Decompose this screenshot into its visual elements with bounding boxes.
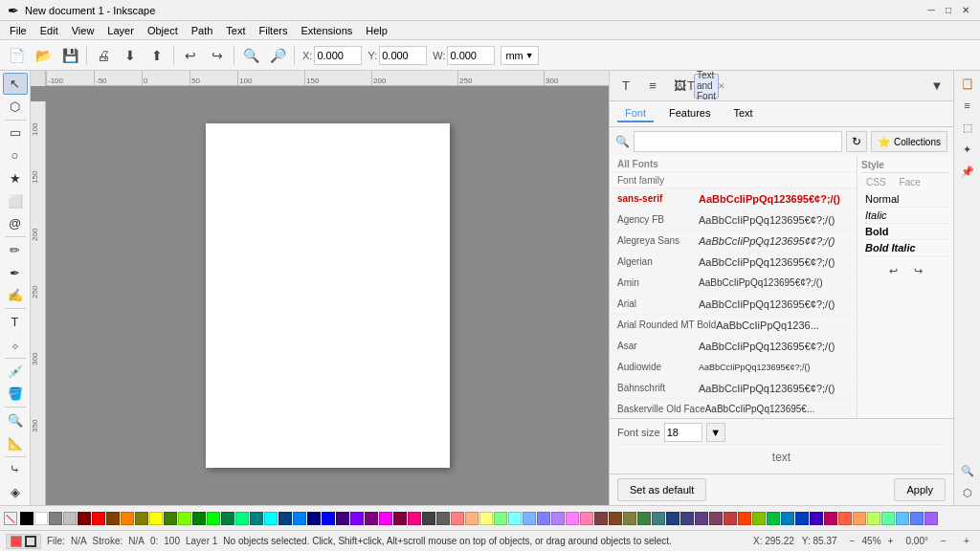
- dropper-tool[interactable]: 💉: [3, 361, 28, 383]
- color-swatch[interactable]: [164, 512, 177, 525]
- color-swatch[interactable]: [738, 512, 751, 525]
- menu-item-layer[interactable]: Layer: [101, 23, 140, 38]
- color-swatch[interactable]: [752, 512, 766, 525]
- color-swatch[interactable]: [178, 512, 191, 525]
- color-swatch[interactable]: [106, 512, 120, 525]
- text-font-panel-btn[interactable]: T Text and Font ✕: [694, 74, 719, 99]
- style-css-tab[interactable]: CSS: [861, 175, 891, 189]
- style-bold[interactable]: Bold: [861, 224, 949, 240]
- color-swatch[interactable]: [307, 512, 321, 525]
- color-swatch[interactable]: [767, 512, 780, 525]
- align-panel-btn[interactable]: ≡: [640, 74, 665, 99]
- unit-selector[interactable]: mm ▼: [501, 46, 538, 65]
- refresh-button[interactable]: ↻: [846, 131, 867, 152]
- pencil-tool[interactable]: ✏: [3, 239, 28, 261]
- 3dbox-tool[interactable]: ⬜: [3, 190, 28, 212]
- font-size-input[interactable]: [664, 423, 702, 442]
- menu-item-text[interactable]: Text: [220, 23, 251, 38]
- color-swatch[interactable]: [264, 512, 278, 525]
- color-swatch[interactable]: [709, 512, 723, 525]
- print-button[interactable]: 🖨: [91, 43, 116, 68]
- color-swatch[interactable]: [924, 512, 938, 525]
- menu-item-filters[interactable]: Filters: [254, 23, 294, 38]
- redo-button[interactable]: ↪: [205, 43, 230, 68]
- w-input[interactable]: [447, 46, 495, 65]
- font-item-bahnschrift[interactable]: Bahnschrift AaBbCcIiPpQq123695€¢?;/(): [610, 378, 857, 399]
- color-swatch[interactable]: [910, 512, 924, 525]
- font-item-arial-rounded[interactable]: Arial Rounded MT Bold AaBbCcIiPpQq1236..…: [610, 315, 857, 336]
- color-swatch[interactable]: [135, 512, 148, 525]
- canvas-viewport[interactable]: [46, 86, 609, 505]
- color-swatch[interactable]: [408, 512, 421, 525]
- color-swatch[interactable]: [537, 512, 550, 525]
- y-input[interactable]: [379, 46, 427, 65]
- color-swatch[interactable]: [838, 512, 852, 525]
- gradient-tool[interactable]: ⬦: [3, 334, 28, 356]
- color-swatch[interactable]: [20, 512, 33, 525]
- font-search-input[interactable]: [634, 131, 842, 152]
- color-swatch[interactable]: [551, 512, 565, 525]
- color-swatch[interactable]: [781, 512, 794, 525]
- color-swatch[interactable]: [63, 512, 77, 525]
- font-item-alegreya-sans[interactable]: Alegreya Sans AaBbCcIiPpQq123695¢¢?;/(): [610, 231, 857, 252]
- color-swatch[interactable]: [623, 512, 636, 525]
- node-editor-tool[interactable]: ⬡: [3, 96, 28, 118]
- zoom-in-button[interactable]: 🔍: [238, 43, 263, 68]
- search-btn[interactable]: 🔍: [957, 460, 978, 481]
- color-swatch[interactable]: [235, 512, 249, 525]
- style-normal[interactable]: Normal: [861, 191, 949, 208]
- color-swatch[interactable]: [609, 512, 622, 525]
- style-bold-italic[interactable]: Bold Italic: [861, 240, 949, 256]
- color-swatch[interactable]: [853, 512, 866, 525]
- menu-item-edit[interactable]: Edit: [34, 23, 64, 38]
- set-default-button[interactable]: Set as default: [617, 478, 706, 501]
- color-swatch[interactable]: [494, 512, 507, 525]
- font-item-asar[interactable]: Asar AaBbCcIiPpQq123695€¢?;/(): [610, 336, 857, 357]
- rotate-plus[interactable]: +: [959, 534, 974, 549]
- layers-btn[interactable]: ≡: [957, 95, 978, 116]
- rotate-minus[interactable]: −: [936, 534, 951, 549]
- new-button[interactable]: 📄: [4, 43, 29, 68]
- x-input[interactable]: [314, 46, 362, 65]
- color-swatch[interactable]: [379, 512, 392, 525]
- text-tool-panel-btn[interactable]: T: [613, 74, 638, 99]
- color-swatch[interactable]: [92, 512, 105, 525]
- text-tool[interactable]: T: [3, 311, 28, 333]
- paint-bucket-tool[interactable]: 🪣: [3, 383, 28, 405]
- font-item-baskerville[interactable]: Baskerville Old Face AaBbCcIiPpQq123695€…: [610, 399, 857, 418]
- style-italic[interactable]: Italic: [861, 208, 949, 224]
- zoom-out-status[interactable]: −: [845, 534, 860, 549]
- menu-item-help[interactable]: Help: [360, 23, 393, 38]
- panel-menu-btn[interactable]: ▼: [924, 74, 949, 99]
- color-swatch[interactable]: [867, 512, 880, 525]
- color-swatch[interactable]: [393, 512, 407, 525]
- ellipse-tool[interactable]: ○: [3, 144, 28, 166]
- color-swatch[interactable]: [465, 512, 479, 525]
- tab-features[interactable]: Features: [661, 105, 718, 122]
- import-button[interactable]: ⬇: [118, 43, 143, 68]
- color-swatch[interactable]: [724, 512, 737, 525]
- menu-item-object[interactable]: Object: [142, 23, 184, 38]
- font-item-amin[interactable]: Amin AaBbCcIiPpQq123695€¢?;/(): [610, 273, 857, 294]
- tab-font[interactable]: Font: [617, 105, 654, 122]
- color-swatch[interactable]: [680, 512, 694, 525]
- pen-tool[interactable]: ✒: [3, 262, 28, 284]
- color-swatch[interactable]: [207, 512, 220, 525]
- color-swatch[interactable]: [824, 512, 837, 525]
- color-swatch[interactable]: [78, 512, 91, 525]
- color-swatch[interactable]: [637, 512, 651, 525]
- minimize-button[interactable]: ─: [924, 4, 938, 17]
- font-item-algerian[interactable]: Algerian AaBbCcIiPpQq123695€¢?;/(): [610, 252, 857, 273]
- font-item-arial[interactable]: Arial AaBbCcIiPpQq123695€¢?;/(): [610, 294, 857, 315]
- save-button[interactable]: 💾: [57, 43, 82, 68]
- panel-close-icon[interactable]: ✕: [718, 81, 725, 91]
- color-swatch[interactable]: [221, 512, 234, 525]
- no-color-swatch[interactable]: [4, 512, 17, 525]
- color-swatch[interactable]: [580, 512, 593, 525]
- panel-redo-btn[interactable]: ↪: [907, 260, 928, 281]
- spiral-tool[interactable]: @: [3, 212, 28, 234]
- color-swatch[interactable]: [594, 512, 608, 525]
- color-swatch[interactable]: [365, 512, 378, 525]
- zoom-tool[interactable]: 🔍: [3, 409, 28, 431]
- color-swatch[interactable]: [49, 512, 62, 525]
